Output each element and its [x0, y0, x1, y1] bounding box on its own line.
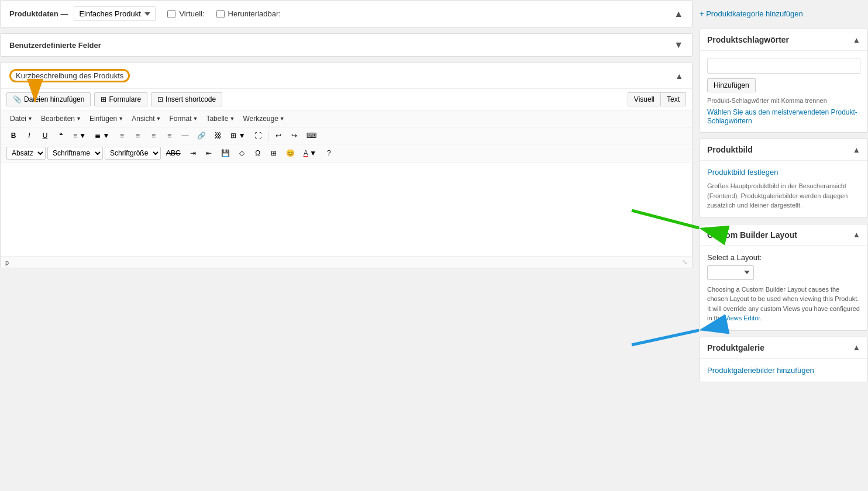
- clean-btn[interactable]: ◇: [235, 147, 249, 159]
- schlagwoerter-body: Hinzufügen Produkt-Schlagwörter mit Komm…: [700, 51, 867, 132]
- indent-btn[interactable]: ⇥: [186, 147, 200, 159]
- galerie-hinzufuegen-link[interactable]: Produktgaleriebilder hinzufügen: [707, 366, 814, 375]
- visuell-btn[interactable]: Visuell: [628, 92, 661, 106]
- fullscreen-btn[interactable]: ⛶: [251, 130, 265, 141]
- special-chars-btn[interactable]: Ω: [251, 147, 265, 159]
- editor-path: p: [5, 259, 9, 266]
- produktbild-collapse-btn[interactable]: ▲: [853, 146, 860, 154]
- produktbild-header: Produktbild ▲: [700, 139, 867, 161]
- format-chevron: ▼: [193, 116, 198, 122]
- virtuell-group: Virtuell:: [167, 9, 204, 18]
- kurzbeschreibung-collapse-btn[interactable]: ▲: [675, 71, 683, 81]
- produktbild-desc: Großes Hauptproduktbild in der Besuchera…: [707, 181, 860, 210]
- herunterladbar-label: Herunterladbar:: [228, 9, 281, 18]
- schlagwoerter-meistverwendete-link[interactable]: Wählen Sie aus den meistverwendeten Prod…: [707, 108, 857, 125]
- underline-btn[interactable]: U: [38, 130, 52, 141]
- menu-tabelle[interactable]: Tabelle ▼: [202, 113, 238, 125]
- schlagwoerter-collapse-btn[interactable]: ▲: [853, 36, 860, 44]
- table-btn[interactable]: ⊞ ▼: [227, 130, 249, 141]
- outdent-btn[interactable]: ⇤: [202, 147, 216, 159]
- list-style-btn[interactable]: ⊞: [267, 147, 281, 159]
- tabelle-chevron: ▼: [229, 116, 235, 122]
- ansicht-chevron: ▼: [156, 116, 161, 122]
- schriftname-select[interactable]: Schriftname: [47, 147, 103, 160]
- paperclip-icon: 📎: [13, 95, 22, 103]
- menu-ansicht[interactable]: Ansicht ▼: [128, 113, 164, 125]
- produktgalerie-title: Produktgalerie: [707, 343, 764, 352]
- help-btn[interactable]: ?: [322, 147, 336, 159]
- custom-builder-section: Custom Builder Layout ▲ Select a Layout:…: [700, 224, 868, 331]
- editor-toolbar-top: 📎 Dateien hinzufügen ⊞ Formulare ⊡ Inser…: [1, 89, 692, 110]
- produktgalerie-header: Produktgalerie ▲: [700, 337, 867, 359]
- werkzeuge-chevron: ▼: [280, 116, 285, 122]
- hr-btn[interactable]: —: [178, 130, 192, 141]
- menu-datei[interactable]: Datei ▼: [6, 113, 36, 125]
- custom-builder-body: Select a Layout: Choosing a Custom Build…: [700, 246, 867, 330]
- produktdaten-label: Produktdaten —: [9, 9, 68, 18]
- align-center-btn[interactable]: ≡: [130, 130, 144, 141]
- datei-chevron: ▼: [27, 116, 33, 122]
- redo-btn[interactable]: ↪: [287, 130, 301, 141]
- produktbild-section: Produktbild ▲ Produktbild festlegen Groß…: [700, 139, 868, 218]
- shortcode-icon: ⊡: [157, 95, 163, 103]
- save-draft-btn[interactable]: 💾: [218, 147, 233, 159]
- custom-builder-title: Custom Builder Layout: [707, 230, 797, 240]
- keyboard-btn[interactable]: ⌨: [303, 130, 320, 141]
- dateien-hinzufuegen-btn[interactable]: 📎 Dateien hinzufügen: [6, 92, 91, 106]
- add-category-link[interactable]: + Produktkategorie hinzufügen: [700, 5, 868, 23]
- menu-format[interactable]: Format ▼: [166, 113, 201, 125]
- select-layout-label: Select a Layout:: [707, 253, 860, 262]
- bold-btn[interactable]: B: [6, 130, 20, 141]
- toolbar-separator: [268, 130, 268, 141]
- kurzbeschreibung-title: Kurzbeschreibung des Produkts: [9, 69, 130, 82]
- menu-werkzeuge[interactable]: Werkzeuge ▼: [239, 113, 288, 125]
- align-justify-btn[interactable]: ≡: [162, 130, 176, 141]
- editor-content[interactable]: [1, 162, 692, 256]
- add-category-container: + Produktkategorie hinzufügen: [700, 0, 868, 29]
- kurzbeschreibung-panel: Kurzbeschreibung des Produkts ▲ 📎 Dateie…: [0, 63, 693, 268]
- visuell-text-group: Visuell Text: [628, 92, 686, 106]
- produktdaten-row: Produktdaten — Einfaches Produkt Virtuel…: [0, 0, 693, 27]
- italic-btn[interactable]: I: [22, 130, 36, 141]
- link-btn[interactable]: 🔗: [194, 130, 209, 141]
- layout-select[interactable]: [707, 265, 754, 280]
- resize-handle[interactable]: ⤡: [682, 258, 687, 266]
- text-btn[interactable]: Text: [661, 92, 686, 106]
- herunterladbar-checkbox[interactable]: [216, 10, 225, 18]
- undo-btn[interactable]: ↩: [271, 130, 285, 141]
- produktbild-festlegen-link[interactable]: Produktbild festlegen: [707, 168, 860, 177]
- schlagwoerter-hinzufuegen-btn[interactable]: Hinzufügen: [707, 78, 756, 92]
- views-editor-link[interactable]: Views Editor: [725, 314, 760, 321]
- produktgalerie-collapse-btn[interactable]: ▲: [853, 343, 860, 352]
- format-toolbar-2: Absatz Schriftname Schriftgröße ABC ⇥ ⇤ …: [1, 144, 692, 162]
- emoji-btn[interactable]: 😊: [283, 147, 298, 159]
- bearbeiten-chevron: ▼: [76, 116, 81, 122]
- formulare-btn[interactable]: ⊞ Formulare: [94, 92, 147, 106]
- custom-builder-collapse-btn[interactable]: ▲: [853, 230, 860, 239]
- produktdaten-select[interactable]: Einfaches Produkt: [74, 6, 156, 21]
- menu-bearbeiten[interactable]: Bearbeiten ▼: [37, 113, 85, 125]
- menu-einfuegen[interactable]: Einfügen ▼: [86, 113, 127, 125]
- unlink-btn[interactable]: ⛓: [211, 130, 225, 141]
- strikethrough-btn[interactable]: ABC: [163, 147, 184, 159]
- blockquote-btn[interactable]: ❝: [54, 130, 68, 141]
- sidebar: + Produktkategorie hinzufügen Produktsch…: [693, 0, 868, 491]
- paragraph-select[interactable]: Absatz: [6, 147, 46, 160]
- einfuegen-chevron: ▼: [118, 116, 123, 122]
- virtuell-checkbox[interactable]: [167, 10, 175, 18]
- benutzerdefinierte-expand-btn[interactable]: ▼: [674, 40, 683, 50]
- align-left-btn[interactable]: ≡: [115, 130, 129, 141]
- menubar: Datei ▼ Bearbeiten ▼ Einfügen ▼ Ansicht …: [1, 110, 692, 127]
- schlagwoerter-input[interactable]: [707, 58, 860, 74]
- schriftgroesse-select[interactable]: Schriftgröße: [105, 147, 161, 160]
- produktbild-body: Produktbild festlegen Großes Hauptproduk…: [700, 161, 867, 217]
- produktbild-title: Produktbild: [707, 145, 753, 154]
- font-color-btn[interactable]: A ▼: [300, 147, 321, 159]
- benutzerdefinierte-label: Benutzerdefinierte Felder: [9, 41, 101, 50]
- produktdaten-expand-btn[interactable]: ▲: [674, 9, 683, 19]
- align-right-btn[interactable]: ≡: [146, 130, 160, 141]
- produktschlagwoerter-section: Produktschlagwörter ▲ Hinzufügen Produkt…: [700, 29, 868, 133]
- shortcode-btn[interactable]: ⊡ Insert shortcode: [151, 92, 222, 106]
- ordered-list-btn[interactable]: ≣ ▼: [91, 130, 113, 141]
- unordered-list-btn[interactable]: ≡ ▼: [70, 130, 89, 141]
